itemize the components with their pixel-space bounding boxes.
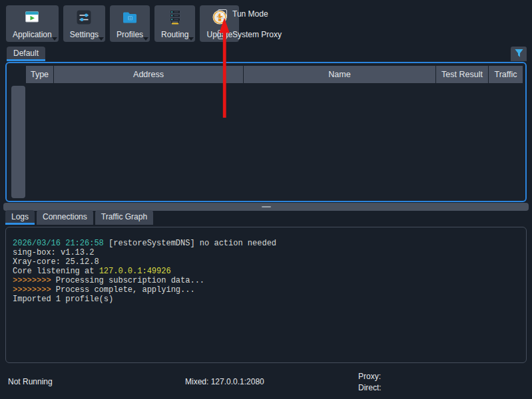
- server-stack-icon: [166, 9, 184, 26]
- log-line: sing-box: v1.13.2: [13, 248, 519, 257]
- log-line: 2026/03/16 21:26:58 [restoreSystemDNS] n…: [13, 239, 519, 248]
- log-segment-timestamp: 2026/03/16 21:26:58: [13, 239, 104, 248]
- app-window-icon: [23, 9, 41, 26]
- bottom-tab-bar: LogsConnectionsTraffic Graph: [5, 210, 153, 225]
- table-header-cell-test-result[interactable]: Test Result: [436, 66, 488, 83]
- table-header-cell-name[interactable]: Name: [244, 66, 435, 83]
- checkbox-label: Tun Mode: [232, 9, 268, 19]
- log-segment-default: Imported 1 profile(s): [13, 295, 113, 304]
- splitter-handle[interactable]: [262, 206, 271, 207]
- log-segment-default: Processing subscription data...: [51, 276, 204, 285]
- sliders-icon: [75, 9, 93, 26]
- filter-button[interactable]: [511, 47, 527, 61]
- checkbox-tun-mode[interactable]: ✓Tun Mode: [218, 9, 282, 19]
- table-header-cell-address[interactable]: Address: [54, 66, 243, 83]
- log-segment-marker: >>>>>>>>: [13, 285, 51, 295]
- table-row-header-strip: [11, 86, 25, 198]
- filter-icon: [514, 48, 524, 60]
- profile-tab-bar: Default: [7, 47, 45, 61]
- log-segment-marker: >>>>>>>>: [13, 276, 51, 285]
- toolbar: ApplicationSettingsProfilesRoutingUpdate: [6, 5, 239, 42]
- status-running-state: Not Running: [8, 377, 53, 386]
- log-line: >>>>>>>> Processing subscription data...: [13, 276, 519, 285]
- dropdown-caret-icon: [99, 37, 104, 41]
- table-header: TypeAddressNameTest ResultTraffic: [9, 66, 523, 83]
- checkbox-box[interactable]: ✓: [218, 9, 227, 19]
- checkbox-box[interactable]: [218, 30, 227, 39]
- log-segment-default: [restoreSystemDNS] no action needed: [104, 239, 276, 248]
- status-inbound-address: Mixed: 127.0.0.1:2080: [185, 377, 264, 386]
- status-proxy-label: Proxy:: [358, 371, 382, 382]
- toolbar-button-label: Profiles: [117, 30, 143, 39]
- dropdown-caret-icon: [143, 37, 148, 41]
- toolbar-button-settings[interactable]: Settings: [63, 5, 105, 42]
- tab-connections[interactable]: Connections: [37, 210, 93, 225]
- log-line: >>>>>>>> Process complete, applying...: [13, 285, 519, 295]
- table-header-cell-traffic[interactable]: Traffic: [489, 66, 523, 83]
- dropdown-caret-icon: [52, 37, 57, 41]
- toolbar-button-label: Routing: [161, 30, 188, 39]
- checkbox-system-proxy[interactable]: System Proxy: [218, 30, 282, 39]
- log-panel[interactable]: 2026/03/16 21:26:58 [restoreSystemDNS] n…: [5, 227, 527, 363]
- status-traffic-labels: Proxy: Direct:: [358, 371, 382, 394]
- log-segment-default: sing-box: v1.13.2: [13, 248, 94, 257]
- log-line: Imported 1 profile(s): [13, 295, 519, 304]
- status-direct-label: Direct:: [358, 382, 382, 394]
- log-segment-default: Process complete, applying...: [51, 285, 195, 295]
- dropdown-caret-icon: [188, 37, 194, 41]
- mode-checkbox-group: ✓Tun ModeSystem Proxy: [218, 9, 282, 51]
- proxy-table[interactable]: TypeAddressNameTest ResultTraffic: [5, 62, 527, 202]
- log-line: Core listening at 127.0.0.1:49926: [13, 267, 519, 276]
- toolbar-button-label: Application: [13, 30, 52, 39]
- toolbar-button-profiles[interactable]: Profiles: [110, 5, 150, 42]
- folder-icon: [121, 9, 138, 26]
- log-segment-address: 127.0.0.1:49926: [99, 267, 171, 276]
- checkbox-label: System Proxy: [232, 30, 282, 39]
- tab-logs[interactable]: Logs: [5, 210, 35, 225]
- toolbar-button-label: Settings: [70, 30, 99, 39]
- table-corner-cell: [9, 66, 25, 83]
- log-line: Xray-core: 25.12.8: [13, 257, 519, 267]
- log-segment-default: Xray-core: 25.12.8: [13, 257, 99, 267]
- toolbar-button-application[interactable]: Application: [6, 5, 59, 42]
- tab-default[interactable]: Default: [7, 47, 45, 61]
- log-segment-default: Core listening at: [13, 267, 99, 276]
- tab-traffic-graph[interactable]: Traffic Graph: [95, 210, 153, 225]
- toolbar-button-routing[interactable]: Routing: [154, 5, 195, 42]
- table-header-cell-type[interactable]: Type: [26, 66, 53, 83]
